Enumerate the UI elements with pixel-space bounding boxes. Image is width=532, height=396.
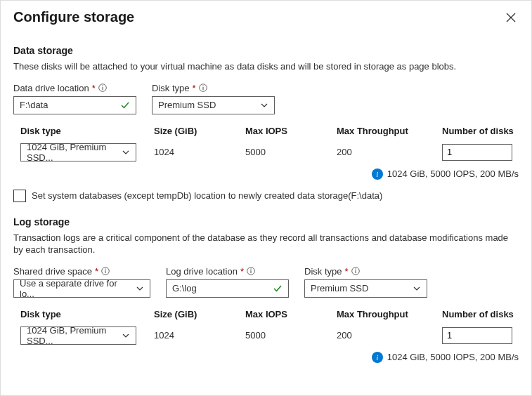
col-throughput: Max Throughput [337, 126, 442, 136]
shared-drive-value: Use a separate drive for lo... [20, 278, 131, 299]
data-storage-desc: These disks will be attached to your vir… [13, 60, 519, 73]
log-storage-heading: Log storage [13, 216, 519, 227]
chevron-down-icon [413, 284, 421, 293]
col-iops: Max IOPS [245, 126, 337, 136]
info-icon[interactable] [247, 267, 255, 275]
col-num: Number of disks [442, 309, 519, 319]
info-icon[interactable] [351, 267, 360, 275]
required-asterisk: * [92, 83, 96, 93]
required-asterisk: * [344, 266, 348, 277]
data-row-throughput: 200 [337, 147, 442, 157]
log-drive-input[interactable]: G:\log [166, 279, 289, 298]
info-icon[interactable] [98, 84, 107, 92]
data-row-num-input[interactable] [442, 144, 512, 161]
col-iops: Max IOPS [245, 309, 337, 319]
shared-drive-select[interactable]: Use a separate drive for lo... [13, 279, 150, 298]
data-drive-location-input[interactable]: F:\data [13, 96, 136, 114]
required-asterisk: * [95, 266, 98, 277]
chevron-down-icon [122, 148, 130, 157]
svg-rect-12 [250, 270, 251, 273]
data-storage-heading: Data storage [13, 45, 519, 56]
log-row-disk-type-value: 1024 GiB, Premium SSD... [27, 325, 117, 346]
data-disk-type-label: Disk type [152, 83, 189, 93]
svg-rect-4 [102, 86, 103, 86]
close-icon [506, 13, 516, 22]
log-disk-type-value: Premium SSD [311, 283, 368, 293]
required-asterisk: * [240, 266, 244, 277]
svg-rect-13 [250, 269, 251, 270]
chevron-down-icon [136, 284, 144, 293]
col-disk-type: Disk type [20, 309, 154, 319]
panel-title: Configure storage [13, 9, 134, 25]
chevron-down-icon [122, 331, 130, 340]
log-drive-value: G:\log [172, 283, 197, 293]
svg-rect-9 [105, 270, 105, 273]
data-row-size: 1024 [154, 147, 245, 157]
info-icon[interactable] [199, 84, 207, 92]
log-drive-label: Log drive location [166, 266, 238, 277]
required-asterisk: * [192, 83, 195, 93]
data-disk-type-select[interactable]: Premium SSD [152, 96, 275, 114]
col-num: Number of disks [442, 126, 519, 136]
svg-rect-7 [202, 86, 203, 86]
checkmark-icon [120, 100, 130, 110]
log-disk-type-select[interactable]: Premium SSD [304, 279, 427, 298]
log-row-disk-type-select[interactable]: 1024 GiB, Premium SSD... [20, 326, 136, 345]
close-button[interactable] [503, 10, 519, 25]
data-storage-summary: 1024 GiB, 5000 IOPS, 200 MB/s [387, 169, 519, 179]
svg-rect-6 [202, 87, 203, 90]
log-storage-desc: Transaction logs are a critical componen… [13, 232, 519, 256]
info-icon[interactable] [101, 267, 110, 275]
svg-rect-3 [102, 87, 103, 90]
log-disk-type-label: Disk type [304, 266, 342, 277]
log-row-throughput: 200 [337, 330, 442, 341]
log-row-size: 1024 [154, 330, 245, 341]
checkmark-icon [273, 284, 283, 293]
log-storage-row: 1024 GiB, Premium SSD... 1024 5000 200 [20, 325, 519, 349]
log-row-iops: 5000 [245, 330, 337, 341]
log-row-num-input[interactable] [442, 327, 512, 344]
system-db-checkbox-label: Set system databases (except tempDb) loc… [32, 190, 382, 201]
system-db-checkbox[interactable] [13, 190, 26, 202]
info-icon: i [372, 352, 383, 363]
col-throughput: Max Throughput [337, 309, 442, 319]
data-row-iops: 5000 [245, 147, 337, 157]
data-drive-location-label: Data drive location [13, 83, 89, 93]
data-storage-row: 1024 GiB, Premium SSD... 1024 5000 200 [20, 142, 519, 166]
data-row-disk-type-select[interactable]: 1024 GiB, Premium SSD... [20, 143, 136, 161]
col-size: Size (GiB) [154, 309, 245, 319]
log-storage-summary: 1024 GiB, 5000 IOPS, 200 MB/s [387, 352, 519, 362]
data-disk-type-value: Premium SSD [158, 100, 216, 110]
svg-rect-10 [105, 269, 105, 270]
chevron-down-icon [260, 101, 268, 110]
col-disk-type: Disk type [20, 126, 154, 136]
data-drive-location-value: F:\data [20, 100, 48, 110]
info-icon: i [372, 169, 383, 180]
shared-drive-label: Shared drive space [13, 266, 92, 277]
svg-rect-16 [355, 269, 356, 270]
svg-rect-15 [355, 270, 356, 273]
col-size: Size (GiB) [154, 126, 245, 136]
data-row-disk-type-value: 1024 GiB, Premium SSD... [27, 142, 117, 163]
